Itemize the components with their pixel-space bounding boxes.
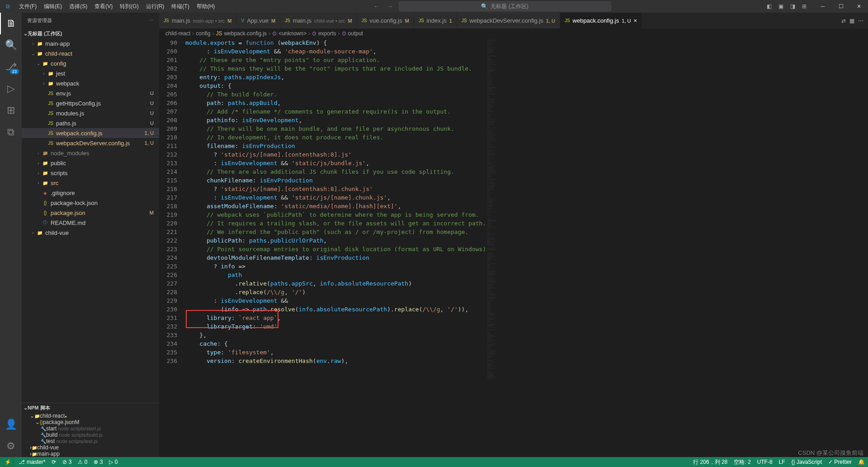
- tree-row[interactable]: JSpaths.jsU: [22, 118, 159, 128]
- tree-row[interactable]: ⌄📁config: [22, 58, 159, 68]
- account-icon[interactable]: 👤: [0, 414, 22, 435]
- scm-icon[interactable]: ⎇23: [0, 56, 22, 78]
- debug-icon[interactable]: ▷: [0, 78, 22, 100]
- more-icon[interactable]: ⋯: [149, 18, 154, 24]
- notifications-icon[interactable]: 🔔: [855, 459, 868, 465]
- npm-section[interactable]: ⌄ NPM 脚本: [22, 403, 159, 413]
- minimap[interactable]: ━━━━━━━━━━━━━━━━━━━━━━━━━━━━━━━━━━━━━━━━…: [486, 38, 529, 457]
- tab-action-icon[interactable]: ⋯: [858, 18, 863, 24]
- tree-label: jest: [56, 70, 65, 77]
- tree-row[interactable]: JSmodules.jsU: [22, 108, 159, 118]
- tab-label: webpackDevServer.config.js: [469, 17, 543, 24]
- breadcrumb-item[interactable]: exports: [318, 30, 336, 37]
- tree-row[interactable]: ›📁child-vue: [22, 228, 159, 238]
- remote-icon[interactable]: ⧉: [0, 121, 22, 143]
- editor-tab[interactable]: VApp.vueM: [237, 13, 281, 29]
- extensions-icon[interactable]: ⊞: [0, 100, 22, 121]
- tree-row[interactable]: 🔧start node scripts/start.js: [22, 425, 159, 432]
- nav-back-icon[interactable]: ←: [372, 3, 382, 10]
- menu-item[interactable]: 运行(R): [142, 3, 168, 10]
- folder-icon: 📁: [42, 161, 49, 166]
- tree-row[interactable]: JSgetHttpsConfig.jsU: [22, 98, 159, 108]
- menu-item[interactable]: 选择(S): [66, 3, 91, 10]
- problems-errors[interactable]: ⊘ 3: [59, 459, 75, 465]
- debug-status[interactable]: ▷ 0: [106, 459, 121, 465]
- language-mode[interactable]: {} JavaScript: [788, 459, 825, 465]
- js-icon: JS: [47, 141, 54, 146]
- tree-row[interactable]: ›📁main-app: [22, 38, 159, 48]
- tree-row[interactable]: ›📁jest: [22, 68, 159, 78]
- breadcrumb-item[interactable]: <unknown>: [278, 30, 307, 37]
- tab-action-icon[interactable]: ▦: [849, 18, 854, 24]
- explorer-icon[interactable]: 🗎: [0, 13, 22, 34]
- menu-item[interactable]: 转到(G): [116, 3, 142, 10]
- layout-panel-icon[interactable]: ▣: [776, 3, 786, 10]
- window-minimize-icon[interactable]: ─: [814, 3, 832, 10]
- editor-tab[interactable]: JSwebpackDevServer.config.js1, U: [457, 13, 560, 29]
- menu-item[interactable]: 帮助(H): [193, 3, 219, 10]
- problems-warnings[interactable]: ⚠ 0: [75, 459, 90, 465]
- window-maximize-icon[interactable]: ☐: [832, 3, 850, 10]
- tree-row[interactable]: ⌄{}package.jsonM: [22, 419, 159, 425]
- tree-row[interactable]: ›📁child-vue: [22, 444, 159, 451]
- breadcrumb-item[interactable]: webpack.config.js: [224, 30, 267, 37]
- tree-row[interactable]: ◈.gitignore: [22, 188, 159, 198]
- tree-row[interactable]: ⌄📁child-react●: [22, 413, 159, 419]
- tree-row[interactable]: {}package.jsonM: [22, 208, 159, 218]
- encoding[interactable]: UTF-8: [754, 459, 776, 465]
- code-area[interactable]: 9020020120220320420520620720820921021121…: [159, 38, 868, 457]
- tree-row[interactable]: ⌄📁child-react: [22, 48, 159, 58]
- menu-item[interactable]: 文件(F): [15, 3, 40, 10]
- tree-row[interactable]: ⓘREADME.md: [22, 218, 159, 228]
- git-sync[interactable]: ⟳: [48, 459, 59, 465]
- command-center[interactable]: 🔍 无标题 (工作区): [399, 1, 611, 11]
- tree-label: test: [46, 438, 55, 444]
- editor-tab[interactable]: JSwebpack.config.js1, U×: [560, 13, 642, 29]
- breadcrumb-item[interactable]: child-react: [165, 30, 190, 37]
- git-branch[interactable]: ⎇ master*: [15, 459, 48, 465]
- layout-primary-icon[interactable]: ◧: [764, 3, 774, 10]
- tree-label: scripts: [51, 170, 68, 176]
- layout-secondary-icon[interactable]: ◨: [788, 3, 797, 10]
- eol[interactable]: LF: [776, 459, 788, 465]
- window-close-icon[interactable]: ✕: [850, 3, 868, 10]
- tree-row[interactable]: 🔧build node scripts/build.js: [22, 432, 159, 438]
- problems-info[interactable]: ⊗ 3: [90, 459, 106, 465]
- tree-row[interactable]: ›📁node_modules: [22, 148, 159, 158]
- indentation[interactable]: 空格: 2: [731, 458, 754, 466]
- workspace-section[interactable]: ⌄ 无标题 (工作区): [22, 29, 159, 38]
- sidebar-header: 资源管理器 ⋯: [22, 13, 159, 29]
- editor-tab[interactable]: JSmain.jschild-vue • srcM: [280, 13, 357, 29]
- tree-row[interactable]: ›📁public: [22, 158, 159, 168]
- tree-row[interactable]: {}package-lock.json: [22, 198, 159, 208]
- tree-label: public: [51, 160, 66, 167]
- tree-row[interactable]: ›📁webpack: [22, 78, 159, 88]
- gear-icon[interactable]: ⚙: [0, 435, 22, 457]
- breadcrumb-item[interactable]: config: [196, 30, 210, 37]
- menu-item[interactable]: 查看(V): [91, 3, 116, 10]
- tab-action-icon[interactable]: ⇄: [841, 18, 846, 24]
- editor-tab[interactable]: JSmain.jsmain-app • srcM: [159, 13, 237, 29]
- nav-forward-icon[interactable]: →: [385, 3, 395, 10]
- menu-item[interactable]: 终端(T): [168, 3, 193, 10]
- breadcrumb-item[interactable]: output: [348, 30, 363, 37]
- menu-item[interactable]: 编辑(E): [40, 3, 66, 10]
- cursor-position[interactable]: 行 206，列 28: [690, 458, 731, 466]
- tree-row[interactable]: JSenv.jsU: [22, 88, 159, 98]
- layout-customize-icon[interactable]: ⊞: [799, 3, 809, 10]
- close-icon[interactable]: ×: [633, 17, 637, 24]
- tree-row[interactable]: ›📁scripts: [22, 168, 159, 178]
- code[interactable]: module.exports = function (webpackEnv) {…: [185, 38, 486, 457]
- editor-tab[interactable]: JSvue.config.jsM: [357, 13, 414, 29]
- search-icon[interactable]: 🔍: [0, 34, 22, 56]
- prettier-status[interactable]: ✓ Prettier: [825, 459, 855, 465]
- editor-tab[interactable]: JSindex.js1: [414, 13, 457, 29]
- tree-row[interactable]: JSwebpack.config.js1, U: [22, 128, 159, 138]
- tree-row[interactable]: 🔧test node scripts/test.js: [22, 438, 159, 444]
- tree-row[interactable]: JSwebpackDevServer.config.js1, U: [22, 138, 159, 148]
- tree-row[interactable]: ›📁main-app: [22, 451, 159, 457]
- menubar: 文件(F)编辑(E)选择(S)查看(V)转到(G)运行(R)终端(T)帮助(H): [15, 3, 218, 10]
- tree-row[interactable]: ›📁src: [22, 178, 159, 188]
- breadcrumb[interactable]: child-react›config›JS webpack.config.js›…: [159, 29, 868, 38]
- remote-indicator[interactable]: ⚡: [0, 457, 15, 467]
